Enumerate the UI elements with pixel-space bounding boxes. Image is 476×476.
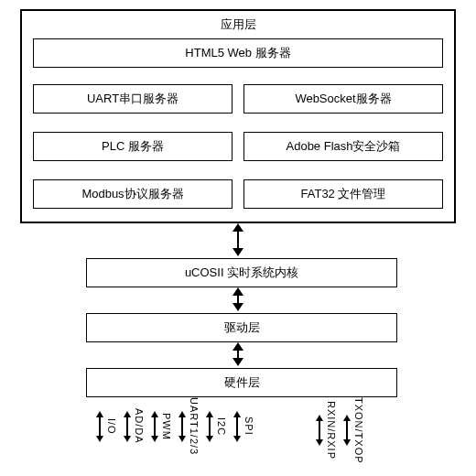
hw-signal-txon-txop: TXON/TXOP [342,397,364,464]
app-layer-title: 应用层 [221,16,256,33]
hw-signal-rxin-rxip: RXIN/RXIP [315,397,337,464]
html5-server-box: HTML5 Web 服务器 [33,38,443,68]
hw-signal-pwm: PWM [150,397,172,455]
modbus-server-box: Modbus协议服务器 [33,179,233,209]
flash-sandbox-label: Adobe Flash安全沙箱 [287,138,401,155]
websocket-server-label: WebSocket服务器 [295,91,391,107]
arrow-app-kernel [232,223,244,256]
uart-server-label: UART串口服务器 [87,91,178,107]
arrow-kernel-driver [232,287,244,311]
plc-server-label: PLC 服务器 [102,138,164,155]
hw-signal-label: I/O [106,418,117,435]
hw-signal-ad-da: AD/DA [123,397,145,455]
hw-signal-label: I2C [216,417,227,436]
html5-server-label: HTML5 Web 服务器 [185,45,290,61]
hw-signal-label: RXIN/RXIP [326,401,337,460]
hw-signal-label: TXON/TXOP [353,397,364,464]
arrow-driver-hardware [232,342,244,366]
hardware-box: 硬件层 [86,368,397,397]
hw-signal-spi: SPI [233,397,254,455]
modbus-server-label: Modbus协议服务器 [81,186,183,202]
hw-signal-label: UART1/2/3 [189,397,200,455]
architecture-diagram: 应用层 HTML5 Web 服务器 UART串口服务器 WebSocket服务器… [0,0,476,476]
hw-signal-uart1-2-3: UART1/2/3 [178,397,200,455]
uart-server-box: UART串口服务器 [33,84,233,114]
hw-signal-label: AD/DA [134,408,145,444]
hw-signal-i2c: I2C [205,397,227,455]
hw-signal-label: PWM [161,413,172,440]
driver-label: 驱动层 [224,319,260,336]
fat32-box: FAT32 文件管理 [243,179,443,209]
websocket-server-box: WebSocket服务器 [243,84,443,114]
flash-sandbox-box: Adobe Flash安全沙箱 [243,132,443,161]
plc-server-box: PLC 服务器 [33,132,233,161]
kernel-label: uCOSII 实时系统内核 [185,265,298,281]
driver-box: 驱动层 [86,313,397,342]
hw-signals-group-1: I/OAD/DAPWMUART1/2/3I2CSPI [95,397,254,455]
fat32-label: FAT32 文件管理 [301,186,386,202]
hw-signal-i-o: I/O [95,397,117,455]
hardware-label: 硬件层 [224,374,260,391]
hw-signal-label: SPI [243,416,254,436]
kernel-box: uCOSII 实时系统内核 [86,258,397,287]
hw-signals-group-2: RXIN/RXIPTXON/TXOP [315,397,364,464]
